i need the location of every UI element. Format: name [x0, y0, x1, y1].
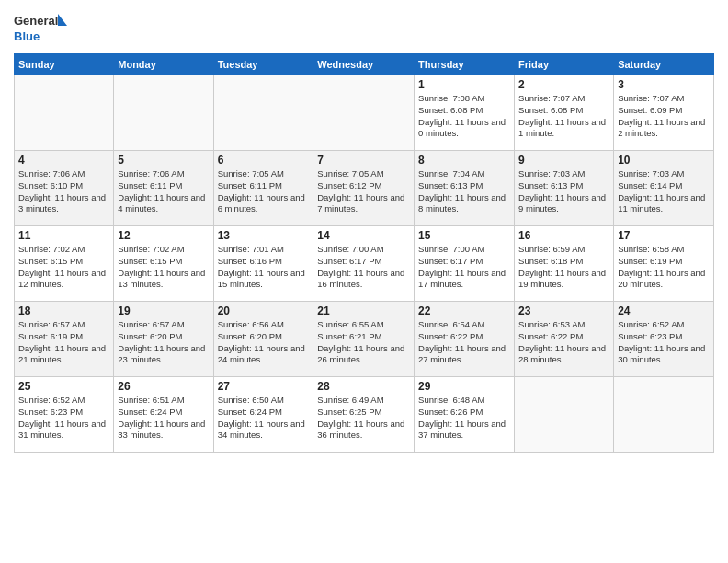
calendar-day-cell: 9Sunrise: 7:03 AM Sunset: 6:13 PM Daylig…: [515, 151, 614, 226]
day-info: Sunrise: 6:51 AM Sunset: 6:24 PM Dayligh…: [118, 395, 209, 442]
calendar-day-header: Sunday: [15, 54, 114, 75]
day-info: Sunrise: 7:00 AM Sunset: 6:17 PM Dayligh…: [418, 244, 510, 291]
calendar-day-header: Thursday: [415, 54, 515, 75]
day-number: 12: [118, 229, 209, 242]
calendar-day-cell: 13Sunrise: 7:01 AM Sunset: 6:16 PM Dayli…: [213, 226, 313, 302]
day-info: Sunrise: 7:02 AM Sunset: 6:15 PM Dayligh…: [18, 244, 109, 291]
day-info: Sunrise: 7:03 AM Sunset: 6:14 PM Dayligh…: [618, 168, 710, 215]
day-info: Sunrise: 7:05 AM Sunset: 6:12 PM Dayligh…: [317, 168, 410, 215]
day-number: 17: [618, 229, 710, 242]
day-number: 23: [518, 304, 609, 317]
svg-text:General: General: [14, 14, 58, 28]
day-number: 27: [218, 380, 310, 393]
calendar-day-cell: 6Sunrise: 7:05 AM Sunset: 6:11 PM Daylig…: [213, 151, 313, 226]
day-info: Sunrise: 6:58 AM Sunset: 6:19 PM Dayligh…: [618, 244, 710, 291]
calendar-day-cell: 5Sunrise: 7:06 AM Sunset: 6:11 PM Daylig…: [114, 151, 213, 226]
day-info: Sunrise: 7:05 AM Sunset: 6:11 PM Dayligh…: [218, 168, 310, 215]
calendar-day-cell: 1Sunrise: 7:08 AM Sunset: 6:08 PM Daylig…: [415, 75, 515, 151]
day-number: 1: [418, 78, 510, 91]
calendar-day-cell: [114, 75, 213, 151]
day-info: Sunrise: 6:56 AM Sunset: 6:20 PM Dayligh…: [218, 319, 310, 366]
calendar-table: SundayMondayTuesdayWednesdayThursdayFrid…: [14, 53, 714, 453]
page-container: GeneralBlue SundayMondayTuesdayWednesday…: [0, 0, 728, 457]
calendar-day-cell: 22Sunrise: 6:54 AM Sunset: 6:22 PM Dayli…: [415, 302, 515, 377]
day-info: Sunrise: 6:53 AM Sunset: 6:22 PM Dayligh…: [518, 319, 609, 366]
day-info: Sunrise: 6:55 AM Sunset: 6:21 PM Dayligh…: [317, 319, 410, 366]
logo-svg: GeneralBlue: [14, 9, 69, 46]
calendar-day-cell: 15Sunrise: 7:00 AM Sunset: 6:17 PM Dayli…: [415, 226, 515, 302]
day-number: 5: [118, 154, 209, 167]
calendar-day-cell: 29Sunrise: 6:48 AM Sunset: 6:26 PM Dayli…: [415, 377, 515, 453]
day-info: Sunrise: 6:59 AM Sunset: 6:18 PM Dayligh…: [518, 244, 609, 291]
logo: GeneralBlue: [14, 9, 69, 46]
day-info: Sunrise: 6:57 AM Sunset: 6:20 PM Dayligh…: [118, 319, 209, 366]
day-number: 20: [218, 304, 310, 317]
day-number: 4: [18, 154, 109, 167]
day-info: Sunrise: 6:52 AM Sunset: 6:23 PM Dayligh…: [18, 395, 109, 442]
calendar-day-cell: [15, 75, 114, 151]
calendar-day-cell: 27Sunrise: 6:50 AM Sunset: 6:24 PM Dayli…: [213, 377, 313, 453]
day-number: 10: [618, 154, 710, 167]
calendar-day-cell: [614, 377, 714, 453]
calendar-day-header: Tuesday: [213, 54, 313, 75]
svg-text:Blue: Blue: [14, 29, 40, 43]
calendar-day-header: Friday: [515, 54, 614, 75]
calendar-day-cell: 18Sunrise: 6:57 AM Sunset: 6:19 PM Dayli…: [15, 302, 114, 377]
day-number: 14: [317, 229, 410, 242]
day-info: Sunrise: 7:02 AM Sunset: 6:15 PM Dayligh…: [118, 244, 209, 291]
day-info: Sunrise: 6:49 AM Sunset: 6:25 PM Dayligh…: [317, 395, 410, 442]
day-number: 9: [518, 154, 609, 167]
calendar-week-row: 1Sunrise: 7:08 AM Sunset: 6:08 PM Daylig…: [15, 75, 714, 151]
calendar-day-cell: 12Sunrise: 7:02 AM Sunset: 6:15 PM Dayli…: [114, 226, 213, 302]
calendar-day-cell: 23Sunrise: 6:53 AM Sunset: 6:22 PM Dayli…: [515, 302, 614, 377]
calendar-header-row: SundayMondayTuesdayWednesdayThursdayFrid…: [15, 54, 714, 75]
day-number: 8: [418, 154, 510, 167]
day-info: Sunrise: 6:52 AM Sunset: 6:23 PM Dayligh…: [618, 319, 710, 366]
calendar-day-cell: 7Sunrise: 7:05 AM Sunset: 6:12 PM Daylig…: [313, 151, 415, 226]
calendar-day-cell: 4Sunrise: 7:06 AM Sunset: 6:10 PM Daylig…: [15, 151, 114, 226]
day-number: 13: [218, 229, 310, 242]
day-info: Sunrise: 7:06 AM Sunset: 6:11 PM Dayligh…: [118, 168, 209, 215]
svg-marker-2: [58, 14, 67, 26]
day-number: 15: [418, 229, 510, 242]
calendar-day-cell: 16Sunrise: 6:59 AM Sunset: 6:18 PM Dayli…: [515, 226, 614, 302]
calendar-day-cell: 2Sunrise: 7:07 AM Sunset: 6:08 PM Daylig…: [515, 75, 614, 151]
calendar-day-cell: 3Sunrise: 7:07 AM Sunset: 6:09 PM Daylig…: [614, 75, 714, 151]
calendar-day-cell: [515, 377, 614, 453]
day-number: 25: [18, 380, 109, 393]
day-number: 11: [18, 229, 109, 242]
day-number: 28: [317, 380, 410, 393]
calendar-day-cell: 17Sunrise: 6:58 AM Sunset: 6:19 PM Dayli…: [614, 226, 714, 302]
day-info: Sunrise: 6:48 AM Sunset: 6:26 PM Dayligh…: [418, 395, 510, 442]
calendar-day-cell: 19Sunrise: 6:57 AM Sunset: 6:20 PM Dayli…: [114, 302, 213, 377]
day-info: Sunrise: 6:54 AM Sunset: 6:22 PM Dayligh…: [418, 319, 510, 366]
day-info: Sunrise: 7:03 AM Sunset: 6:13 PM Dayligh…: [518, 168, 609, 215]
day-info: Sunrise: 6:57 AM Sunset: 6:19 PM Dayligh…: [18, 319, 109, 366]
day-info: Sunrise: 6:50 AM Sunset: 6:24 PM Dayligh…: [218, 395, 310, 442]
calendar-day-cell: 20Sunrise: 6:56 AM Sunset: 6:20 PM Dayli…: [213, 302, 313, 377]
calendar-day-cell: [213, 75, 313, 151]
calendar-day-cell: 10Sunrise: 7:03 AM Sunset: 6:14 PM Dayli…: [614, 151, 714, 226]
calendar-week-row: 18Sunrise: 6:57 AM Sunset: 6:19 PM Dayli…: [15, 302, 714, 377]
day-info: Sunrise: 7:04 AM Sunset: 6:13 PM Dayligh…: [418, 168, 510, 215]
day-info: Sunrise: 7:01 AM Sunset: 6:16 PM Dayligh…: [218, 244, 310, 291]
day-info: Sunrise: 7:00 AM Sunset: 6:17 PM Dayligh…: [317, 244, 410, 291]
calendar-week-row: 25Sunrise: 6:52 AM Sunset: 6:23 PM Dayli…: [15, 377, 714, 453]
day-info: Sunrise: 7:07 AM Sunset: 6:09 PM Dayligh…: [618, 93, 710, 140]
day-number: 7: [317, 154, 410, 167]
day-number: 18: [18, 304, 109, 317]
calendar-day-cell: [313, 75, 415, 151]
calendar-day-cell: 28Sunrise: 6:49 AM Sunset: 6:25 PM Dayli…: [313, 377, 415, 453]
day-info: Sunrise: 7:08 AM Sunset: 6:08 PM Dayligh…: [418, 93, 510, 140]
calendar-day-header: Monday: [114, 54, 213, 75]
calendar-day-header: Saturday: [614, 54, 714, 75]
day-number: 19: [118, 304, 209, 317]
calendar-week-row: 11Sunrise: 7:02 AM Sunset: 6:15 PM Dayli…: [15, 226, 714, 302]
calendar-day-cell: 24Sunrise: 6:52 AM Sunset: 6:23 PM Dayli…: [614, 302, 714, 377]
day-number: 26: [118, 380, 209, 393]
day-number: 6: [218, 154, 310, 167]
calendar-day-cell: 26Sunrise: 6:51 AM Sunset: 6:24 PM Dayli…: [114, 377, 213, 453]
header: GeneralBlue: [14, 9, 714, 46]
calendar-day-cell: 14Sunrise: 7:00 AM Sunset: 6:17 PM Dayli…: [313, 226, 415, 302]
calendar-day-header: Wednesday: [313, 54, 415, 75]
